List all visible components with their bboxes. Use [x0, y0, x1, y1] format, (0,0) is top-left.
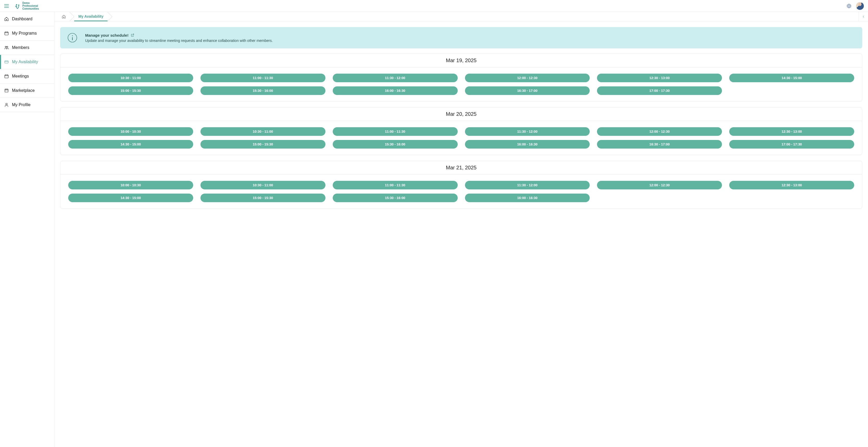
time-slot[interactable]: 15:00 - 15:30: [68, 86, 193, 95]
breadcrumb-separator: [107, 12, 112, 21]
logo-icon: [14, 3, 21, 9]
svg-point-21: [72, 35, 73, 36]
time-slot[interactable]: 15:30 - 16:00: [333, 194, 458, 202]
sidebar-item-meetings[interactable]: Meetings: [0, 69, 54, 84]
time-slot[interactable]: 11:00 - 11:30: [200, 74, 326, 82]
calendar-icon: [4, 31, 9, 36]
time-slot[interactable]: 15:00 - 15:30: [200, 194, 326, 202]
svg-rect-5: [5, 32, 8, 35]
topbar: Demo Professional Communities: [0, 0, 868, 12]
svg-point-1: [18, 4, 19, 6]
day-date: Mar 21, 2025: [60, 161, 862, 174]
sidebar-item-my-availability[interactable]: My Availability: [0, 55, 54, 69]
time-slot[interactable]: 16:30 - 17:00: [465, 86, 590, 95]
banner-description: Update and manage your availability to s…: [85, 38, 273, 43]
time-slot[interactable]: 16:30 - 17:00: [597, 140, 722, 149]
time-slot[interactable]: 11:30 - 12:00: [465, 181, 590, 189]
language-globe-icon[interactable]: [847, 4, 851, 8]
external-link-icon: [131, 33, 134, 37]
chevron-left-icon: [862, 15, 865, 18]
info-icon: [67, 33, 77, 43]
menu-toggle-button[interactable]: [4, 4, 9, 8]
breadcrumb: My Availability: [54, 12, 868, 21]
time-slot[interactable]: 12:00 - 12:30: [465, 74, 590, 82]
time-slot[interactable]: 14:30 - 15:00: [68, 194, 193, 202]
time-slot[interactable]: 10:30 - 11:00: [200, 181, 326, 189]
user-avatar[interactable]: [856, 2, 864, 10]
users-icon: [4, 45, 9, 50]
svg-rect-11: [5, 61, 8, 63]
user-icon: [4, 102, 9, 107]
time-slot[interactable]: 16:00 - 16:30: [333, 86, 458, 95]
sidebar-item-label: Dashboard: [12, 17, 32, 21]
banner-title-link[interactable]: Manage your schedule!: [85, 33, 273, 37]
time-slot[interactable]: 15:30 - 16:00: [333, 140, 458, 149]
info-banner: Manage your schedule! Update and manage …: [60, 27, 862, 49]
svg-point-9: [5, 46, 6, 47]
time-slot[interactable]: 11:30 - 12:00: [333, 74, 458, 82]
breadcrumb-separator: [69, 12, 74, 21]
breadcrumb-current: My Availability: [74, 12, 107, 21]
svg-point-0: [16, 4, 17, 5]
sidebar-item-label: My Profile: [12, 102, 30, 107]
sidebar-item-label: Meetings: [12, 74, 29, 78]
time-slot[interactable]: 11:00 - 11:30: [333, 127, 458, 136]
time-slot[interactable]: 16:00 - 16:30: [465, 194, 590, 202]
time-slot[interactable]: 12:30 - 13:00: [729, 181, 854, 189]
brand-logo[interactable]: Demo Professional Communities: [14, 2, 39, 10]
time-slot[interactable]: 15:00 - 15:30: [200, 140, 326, 149]
day-date: Mar 20, 2025: [60, 107, 862, 121]
sidebar-item-marketplace[interactable]: Marketplace: [0, 84, 54, 98]
sidebar-item-label: My Programs: [12, 31, 37, 36]
time-slot[interactable]: 12:30 - 13:00: [597, 74, 722, 82]
time-slot[interactable]: 11:00 - 11:30: [333, 181, 458, 189]
day-date: Mar 19, 2025: [60, 54, 862, 67]
time-slot[interactable]: 17:00 - 17:30: [597, 86, 722, 95]
time-slot[interactable]: 14:30 - 15:00: [68, 140, 193, 149]
time-slot[interactable]: 11:30 - 12:00: [465, 127, 590, 136]
sidebar-item-label: Members: [12, 45, 29, 50]
calendar-icon: [4, 74, 9, 78]
sidebar-item-label: Marketplace: [12, 88, 35, 93]
sidebar-item-members[interactable]: Members: [0, 40, 54, 55]
time-slot[interactable]: 12:30 - 13:00: [729, 127, 854, 136]
home-icon: [62, 14, 66, 19]
sidebar-item-label: My Availability: [12, 60, 38, 64]
slots-grid: 10:00 - 10:3010:30 - 11:0011:00 - 11:301…: [60, 121, 862, 155]
main-content: My Availability Manage your schedule!: [54, 12, 868, 447]
day-card: Mar 21, 202510:00 - 10:3010:30 - 11:0011…: [60, 161, 862, 209]
svg-rect-13: [5, 75, 8, 78]
time-slot[interactable]: 17:00 - 17:30: [729, 140, 854, 149]
collapse-panel-button[interactable]: [859, 12, 868, 21]
sidebar-item-my-programs[interactable]: My Programs: [0, 26, 54, 40]
time-slot[interactable]: 12:00 - 12:30: [597, 181, 722, 189]
time-slot[interactable]: 10:30 - 11:00: [68, 74, 193, 82]
svg-point-19: [6, 103, 7, 105]
slots-grid: 10:00 - 10:3010:30 - 11:0011:00 - 11:301…: [60, 174, 862, 209]
svg-point-10: [7, 46, 8, 47]
day-card: Mar 19, 202510:30 - 11:0011:00 - 11:3011…: [60, 54, 862, 101]
time-slot[interactable]: 15:30 - 16:00: [200, 86, 326, 95]
slots-grid: 10:30 - 11:0011:00 - 11:3011:30 - 12:001…: [60, 67, 862, 101]
day-card: Mar 20, 202510:00 - 10:3010:30 - 11:0011…: [60, 107, 862, 155]
store-icon: [4, 88, 9, 93]
sidebar: DashboardMy ProgramsMembersMy Availabili…: [0, 12, 54, 447]
time-slot[interactable]: 10:30 - 11:00: [200, 127, 326, 136]
sidebar-item-my-profile[interactable]: My Profile: [0, 98, 54, 112]
time-slot[interactable]: 12:00 - 12:30: [597, 127, 722, 136]
breadcrumb-home[interactable]: [61, 12, 69, 21]
card-icon: [4, 60, 9, 64]
time-slot[interactable]: 14:30 - 15:00: [729, 74, 854, 82]
time-slot[interactable]: 16:00 - 16:30: [465, 140, 590, 149]
brand-text: Demo Professional Communities: [22, 2, 39, 10]
time-slot[interactable]: 10:00 - 10:30: [68, 127, 193, 136]
sidebar-item-dashboard[interactable]: Dashboard: [0, 12, 54, 26]
home-icon: [4, 17, 9, 21]
time-slot[interactable]: 10:00 - 10:30: [68, 181, 193, 189]
